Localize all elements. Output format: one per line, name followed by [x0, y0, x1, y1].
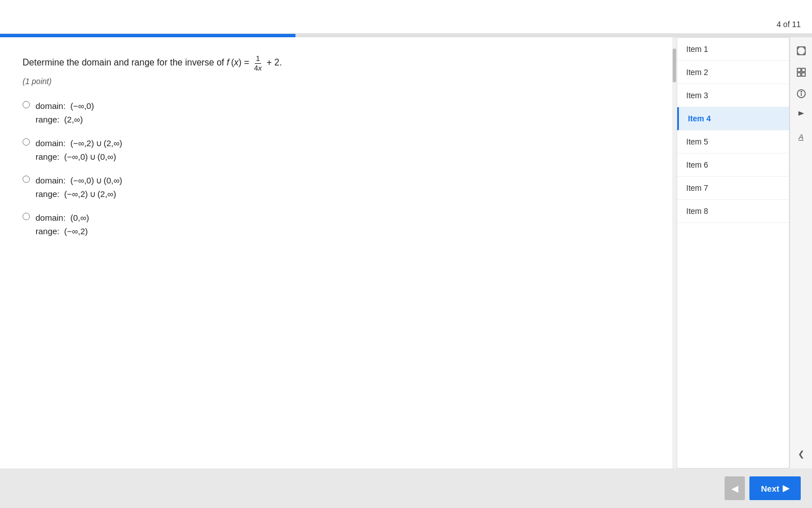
- answer-a-range: range: (2,∞): [36, 113, 94, 126]
- answer-option-d: domain: (0,∞) range: (−∞,2): [23, 211, 598, 238]
- answer-option-b: domain: (−∞,2) ∪ (2,∞) range: (−∞,0) ∪ (…: [23, 137, 598, 164]
- radio-a[interactable]: [23, 101, 30, 108]
- sidebar-item-5[interactable]: Item 5: [677, 130, 789, 154]
- collapse-sidebar-icon[interactable]: ❮: [792, 445, 810, 463]
- svg-rect-3: [797, 73, 801, 76]
- bottom-bar: ◀ Next ▶: [0, 468, 812, 508]
- scroll-thumb: [673, 49, 676, 82]
- sidebar-item-3[interactable]: Item 3: [677, 84, 789, 107]
- page-counter: 4 of 11: [776, 20, 801, 29]
- question-prefix: Determine the domain and range for the i…: [23, 58, 227, 67]
- info-circle-icon[interactable]: [792, 85, 810, 103]
- answer-a-domain: domain: (−∞,0): [36, 99, 94, 113]
- svg-point-7: [801, 91, 801, 92]
- next-arrow-icon: ▶: [783, 483, 789, 493]
- answer-b-range: range: (−∞,0) ∪ (0,∞): [36, 150, 122, 164]
- answer-b-domain: domain: (−∞,2) ∪ (2,∞): [36, 137, 122, 150]
- sidebar-item-4[interactable]: Item 4: [677, 107, 789, 130]
- svg-rect-4: [802, 73, 805, 76]
- text-format-icon[interactable]: A: [792, 128, 810, 146]
- answer-option-c: domain: (−∞,0) ∪ (0,∞) range: (−∞,2) ∪ (…: [23, 174, 598, 201]
- radio-d[interactable]: [23, 213, 30, 220]
- prev-button[interactable]: ◀: [725, 476, 745, 500]
- next-button[interactable]: Next ▶: [749, 476, 801, 500]
- answer-option-a: domain: (−∞,0) range: (2,∞): [23, 99, 598, 126]
- sidebar-item-6[interactable]: Item 6: [677, 154, 789, 177]
- sidebar-item-2[interactable]: Item 2: [677, 61, 789, 84]
- question-text: Determine the domain and range for the i…: [23, 54, 598, 72]
- answer-label-c: domain: (−∞,0) ∪ (0,∞) range: (−∞,2) ∪ (…: [36, 174, 122, 201]
- scroll-indicator: [672, 37, 677, 468]
- answer-d-range: range: (−∞,2): [36, 225, 89, 238]
- svg-rect-2: [802, 68, 805, 72]
- answer-label-a: domain: (−∞,0) range: (2,∞): [36, 99, 94, 126]
- answer-d-domain: domain: (0,∞): [36, 211, 89, 225]
- text-format-label: A: [798, 133, 804, 141]
- radio-c[interactable]: [23, 176, 30, 183]
- answer-label-d: domain: (0,∞) range: (−∞,2): [36, 211, 89, 238]
- collapse-icon-symbol: ❮: [798, 449, 805, 458]
- question-points: (1 point): [23, 77, 598, 86]
- prev-icon: ◀: [731, 483, 738, 494]
- top-bar: 4 of 11: [0, 0, 812, 34]
- next-label: Next: [761, 484, 779, 493]
- grid-icon[interactable]: [792, 63, 810, 81]
- sidebar-item-7[interactable]: Item 7: [677, 177, 789, 200]
- answer-label-b: domain: (−∞,2) ∪ (2,∞) range: (−∞,0) ∪ (…: [36, 137, 122, 164]
- answer-c-range: range: (−∞,2) ∪ (2,∞): [36, 187, 122, 201]
- svg-rect-1: [797, 68, 801, 72]
- radio-b[interactable]: [23, 138, 30, 146]
- question-function: f (x) = 14x + 2.: [227, 58, 282, 67]
- sidebar-item-8[interactable]: Item 8: [677, 200, 789, 223]
- flag-icon[interactable]: [792, 106, 810, 124]
- icon-panel: A ❮: [789, 37, 812, 468]
- main-area: Determine the domain and range for the i…: [0, 37, 620, 468]
- sidebar-item-1[interactable]: Item 1: [677, 38, 789, 61]
- answer-c-domain: domain: (−∞,0) ∪ (0,∞): [36, 174, 122, 187]
- sidebar: Item 1 Item 2 Item 3 Item 4 Item 5 Item …: [677, 37, 789, 468]
- expand-icon[interactable]: [792, 42, 810, 60]
